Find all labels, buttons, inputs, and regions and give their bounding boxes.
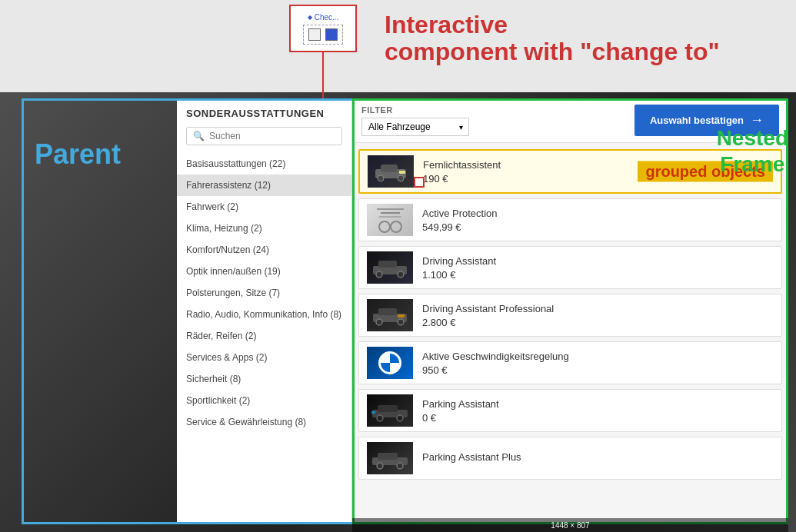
checkbox-2[interactable] [325, 28, 338, 41]
sidebar-item-klima[interactable]: Klima, Heizung (2) [177, 218, 351, 239]
suspension-icon [373, 205, 408, 234]
product-list: Fernlichtassistent 190 € grouped objects [352, 143, 788, 524]
sidebar-item-radio[interactable]: Radio, Audio, Kommunikation, Info (8) [177, 304, 351, 325]
component-title: Chec... [308, 13, 339, 22]
filter-section: FILTER Alle Fahrzeuge [361, 105, 469, 136]
svg-point-12 [376, 271, 382, 278]
svg-point-17 [398, 319, 404, 325]
product-info-driving-assistant-pro: Driving Assistant Professional 2.800 € [422, 303, 774, 328]
sidebar-item-basisausstattungen[interactable]: Basisausstattungen (22) [177, 153, 351, 175]
product-image-driving-assistant [367, 251, 413, 284]
product-info-active-protection: Active Protection 549,99 € [422, 208, 774, 233]
search-icon: 🔍 [193, 131, 205, 141]
svg-rect-4 [399, 171, 405, 174]
product-name-driving-assistant: Driving Assistant [422, 255, 774, 267]
parking-plus-icon [371, 447, 409, 470]
product-info-geschwindigkeit: Aktive Geschwindigkeitsregelung 950 € [422, 351, 774, 376]
top-area: Chec... Interactive component with "chan… [0, 0, 796, 92]
parent-label: Parent [35, 138, 121, 171]
sidebar-title: SONDERAUSSTATTUNGEN [177, 108, 351, 127]
search-input[interactable] [209, 131, 335, 141]
product-price-parking: 0 € [422, 412, 774, 424]
svg-point-9 [391, 221, 401, 232]
interactive-line2: component with "change to" [385, 38, 720, 65]
product-price-active-protection: 549,99 € [422, 221, 774, 233]
product-image-parking-plus [367, 442, 413, 474]
dimension-bar: 1448 × 807 [352, 518, 788, 532]
svg-point-8 [379, 221, 390, 232]
confirm-button-label: Auswahl bestätigen [650, 115, 744, 126]
product-info-driving-assistant: Driving Assistant 1.100 € [422, 255, 774, 281]
product-price-driving-assistant-pro: 2.800 € [422, 317, 774, 328]
sidebar-item-sicherheit[interactable]: Sicherheit (8) [177, 368, 351, 390]
svg-point-2 [378, 175, 384, 181]
sidebar-item-optik[interactable]: Optik innen/außen (19) [177, 261, 351, 282]
filter-select[interactable]: Alle Fahrzeuge [361, 118, 469, 136]
car-icon [371, 160, 410, 183]
parking-icon [371, 399, 409, 422]
svg-point-26 [377, 463, 383, 469]
nested-frame-label: NestedFrame [717, 125, 788, 177]
car-silhouette-icon [371, 257, 409, 278]
product-name-active-protection: Active Protection [422, 208, 774, 219]
svg-rect-25 [378, 453, 398, 460]
product-name-driving-assistant-pro: Driving Assistant Professional [422, 303, 774, 314]
interactive-line1: Interactive [385, 12, 720, 38]
svg-point-16 [376, 319, 382, 325]
svg-point-3 [398, 175, 404, 181]
sidebar-item-raeder[interactable]: Räder, Reifen (2) [177, 325, 351, 347]
svg-point-21 [377, 415, 383, 421]
bmw-logo-icon [378, 351, 401, 374]
product-name-parking-plus: Parking Assistant Plus [422, 451, 774, 463]
product-item-parking[interactable]: Parking Assistant 0 € [358, 389, 782, 432]
svg-point-27 [397, 463, 403, 469]
product-image-active-protection [367, 204, 413, 236]
product-item-driving-assistant[interactable]: Driving Assistant 1.100 € [358, 246, 782, 289]
product-price-geschwindigkeit: 950 € [422, 364, 774, 376]
product-item-geschwindigkeit[interactable]: Aktive Geschwindigkeitsregelung 950 € [358, 341, 782, 384]
svg-rect-18 [398, 314, 405, 318]
product-item-driving-assistant-pro[interactable]: Driving Assistant Professional 2.800 € [358, 294, 782, 337]
main-content: SONDERAUSSTATTUNGEN 🔍 Basisausstattungen… [177, 98, 788, 524]
interactive-component-preview: Chec... [289, 5, 357, 52]
svg-rect-15 [378, 308, 397, 315]
product-info-parking-plus: Parking Assistant Plus [422, 451, 774, 465]
product-name-geschwindigkeit: Aktive Geschwindigkeitsregelung [422, 351, 774, 362]
sidebar-item-sportlichkeit[interactable]: Sportlichkeit (2) [177, 390, 351, 411]
checkbox-1[interactable] [308, 28, 321, 41]
product-image-parking [367, 394, 413, 427]
product-info-parking: Parking Assistant 0 € [422, 398, 774, 424]
product-price-driving-assistant: 1.100 € [422, 269, 774, 281]
product-image-geschwindigkeit [367, 347, 413, 379]
svg-rect-11 [378, 261, 397, 268]
svg-point-22 [397, 415, 403, 421]
product-item-active-protection[interactable]: Active Protection 549,99 € [358, 198, 782, 241]
item-checkbox-fernlicht[interactable] [414, 177, 425, 188]
search-box[interactable]: 🔍 [186, 127, 342, 145]
filter-select-wrap[interactable]: Alle Fahrzeuge [361, 118, 469, 136]
sidebar-item-polsterungen[interactable]: Polsterungen, Sitze (7) [177, 282, 351, 304]
component-checkboxes [303, 25, 343, 45]
svg-rect-23 [371, 411, 375, 414]
svg-rect-20 [378, 405, 398, 412]
interactive-label-block: Interactive component with "change to" [385, 12, 720, 65]
product-name-parking: Parking Assistant [422, 398, 774, 410]
svg-point-13 [398, 271, 404, 278]
sidebar-item-komfort[interactable]: Komfort/Nutzen (24) [177, 239, 351, 261]
svg-rect-1 [381, 165, 398, 172]
dimension-text: 1448 × 807 [551, 521, 589, 530]
product-image-fernlicht [368, 155, 414, 188]
sidebar-item-fahrwerk[interactable]: Fahrwerk (2) [177, 196, 351, 218]
product-item-parking-plus[interactable]: Parking Assistant Plus [358, 437, 782, 480]
filter-label: FILTER [361, 105, 469, 115]
car-icon-pro [371, 304, 409, 326]
sidebar: SONDERAUSSTATTUNGEN 🔍 Basisausstattungen… [177, 98, 352, 524]
product-image-driving-assistant-pro [367, 299, 413, 331]
sidebar-item-service-gewaehr[interactable]: Service & Gewährleistung (8) [177, 411, 351, 433]
sidebar-item-fahrerassistenz[interactable]: Fahrerassistenz (12) [177, 175, 351, 196]
connector-line [322, 52, 324, 98]
sidebar-item-services[interactable]: Services & Apps (2) [177, 347, 351, 368]
